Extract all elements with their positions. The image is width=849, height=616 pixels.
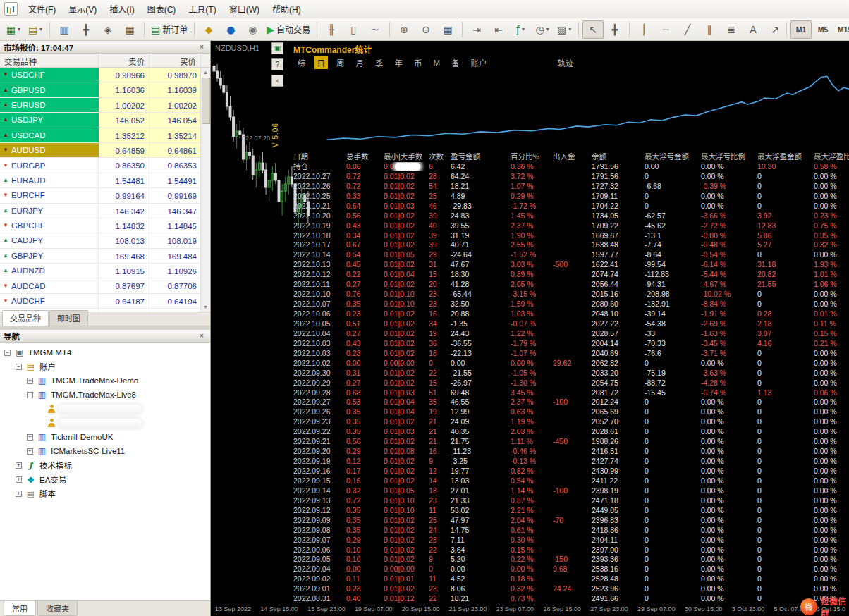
periods-button[interactable]: ◷▾ [532, 20, 553, 39]
market-watch-row[interactable]: ▲USDJPY146.052146.054 [0, 113, 201, 128]
navigator-item[interactable]: +ƒ技术指标 [0, 458, 210, 472]
indicators-button[interactable]: ƒ▾ [510, 20, 531, 39]
scroll-down-icon[interactable]: ▼ [201, 302, 210, 312]
menu-help[interactable]: 帮助(H) [266, 0, 307, 18]
expand-icon[interactable]: + [16, 476, 22, 483]
menu-window[interactable]: 窗口(W) [223, 0, 266, 18]
candles-chart-button[interactable]: ▯ [343, 20, 364, 39]
market-watch-row[interactable]: ▲USDCAD1.352121.35214 [0, 128, 201, 143]
navigator-account-blurred[interactable] [0, 416, 210, 430]
vline-button[interactable]: │ [633, 20, 654, 39]
market-watch-tab-0[interactable]: 交易品种 [2, 310, 49, 326]
chevron-down-icon[interactable]: ▾ [522, 26, 525, 32]
navigator-item[interactable]: −▣TMGM MT4 [0, 345, 210, 359]
terminal-toggle-button[interactable]: ▦ [119, 20, 140, 39]
collapse-icon[interactable]: − [27, 392, 33, 398]
stats-tab-综[interactable]: 综 [295, 56, 309, 69]
close-icon[interactable]: × [197, 331, 207, 341]
scrollbar-thumb[interactable] [202, 78, 210, 124]
market-watch-row[interactable]: ▲EURUSD1.002021.00202 [0, 98, 201, 113]
chevron-down-icon[interactable]: ▾ [18, 26, 20, 32]
zoom-out-button[interactable]: ⊖ [415, 20, 436, 39]
market-watch-row[interactable]: ▲CADJPY108.013108.019 [0, 233, 201, 248]
zoom-in-button[interactable]: ⊕ [393, 20, 415, 39]
hline-button[interactable]: ─ [655, 20, 676, 39]
data-window-button[interactable]: ╋ [75, 20, 97, 39]
market-watch-row[interactable]: ▼AUDCHF0.641870.64194 [0, 294, 201, 309]
chart-area[interactable]: NZDUSD,H1 ▣ ? ‹ V 5.06 022.07.20 MTComma… [210, 41, 849, 616]
tile-windows-button[interactable]: ▦ [437, 20, 458, 39]
fibonacci-button[interactable]: ≣ [721, 20, 742, 39]
market-watch-row[interactable]: ▲EURJPY146.342146.347 [0, 204, 201, 218]
expand-icon[interactable]: + [27, 434, 33, 441]
navigator-item[interactable]: +▥Tickmill-DemoUK [0, 430, 210, 444]
expand-icon[interactable]: + [16, 462, 22, 469]
expand-icon[interactable]: + [27, 448, 33, 455]
stats-tab-年[interactable]: 年 [392, 56, 406, 69]
market-watch-column-1[interactable]: 卖价 [99, 54, 149, 67]
chevron-down-icon[interactable]: ▾ [568, 26, 571, 32]
stats-tab-日[interactable]: 日 [314, 56, 329, 69]
market-watch-column-0[interactable]: 交易品种 [0, 54, 99, 67]
style-bucket-button[interactable]: ◆ [198, 20, 219, 39]
chart-shift-button[interactable]: ⇤ [488, 20, 509, 39]
auto-scroll-button[interactable]: ⇥ [466, 20, 487, 39]
stats-tab-季[interactable]: 季 [372, 56, 386, 69]
trendline-button[interactable]: ╱ [677, 20, 698, 39]
wechat-icon[interactable]: 微 [800, 598, 817, 615]
market-watch-row[interactable]: ▼USDCHF0.989660.98970 [0, 68, 201, 82]
menu-file[interactable]: 文件(F) [22, 0, 62, 18]
menu-charts[interactable]: 图表(C) [141, 0, 183, 18]
stats-tab-币[interactable]: 币 [411, 56, 425, 69]
timeframe-m1-button[interactable]: M1 [790, 20, 812, 39]
market-watch-toggle-button[interactable]: ▥ [54, 20, 75, 39]
navigator-item[interactable]: −▥TMGM.TradeMax-Live8 [0, 388, 210, 402]
market-watch-row[interactable]: ▼AUDCAD0.876970.87706 [0, 278, 201, 293]
market-watch-row[interactable]: ▼EURGBP0.863500.86353 [0, 158, 201, 173]
expand-icon[interactable]: + [16, 491, 22, 497]
chevron-down-icon[interactable]: ▾ [39, 26, 42, 32]
scroll-up-icon[interactable]: ▲ [201, 68, 210, 77]
cursor-button[interactable]: ↖ [582, 20, 604, 39]
market-watch-scrollbar[interactable]: ▲ ▼ [200, 68, 210, 312]
stats-tab-M[interactable]: M [431, 58, 444, 68]
close-icon[interactable]: × [197, 42, 207, 52]
navigator-account-blurred[interactable] [0, 402, 210, 416]
market-watch-row[interactable]: ▲GBPJPY169.468169.484 [0, 249, 201, 264]
chevron-down-icon[interactable]: ▾ [546, 26, 549, 32]
arrows-button[interactable]: ↗ [764, 20, 786, 39]
market-watch-tab-1[interactable]: 即时图 [49, 310, 88, 326]
profiles-button[interactable]: ▤▾ [25, 20, 46, 39]
market-watch-row[interactable]: ▼EURCHF0.991640.99169 [0, 188, 201, 203]
timeframe-m5-button[interactable]: M5 [812, 20, 833, 39]
market-watch-row[interactable]: ▲EURAUD1.544811.54491 [0, 173, 201, 188]
market-watch-column-2[interactable]: 买价 [149, 54, 201, 67]
timeframe-m15-button[interactable]: M15 [834, 20, 849, 39]
menu-tools[interactable]: 工具(T) [182, 0, 222, 18]
stats-tab-备[interactable]: 备 [448, 56, 463, 69]
navigator-item[interactable]: +▥ICMarketsSC-Live11 [0, 444, 210, 458]
navigator-item[interactable]: +◆EA交易 [0, 472, 210, 486]
stats-tab-轨迹[interactable]: 轨迹 [555, 56, 577, 69]
expand-icon[interactable]: + [27, 378, 33, 384]
new-order-button[interactable]: ▤新订单 [148, 20, 190, 39]
menu-view[interactable]: 显示(V) [62, 0, 103, 18]
crosshair-button[interactable]: ╋ [604, 20, 625, 39]
navigator-bottom-tab-1[interactable]: 收藏夹 [37, 601, 78, 616]
panel-logo-button[interactable]: ▣ [271, 42, 283, 54]
menu-insert[interactable]: 插入(I) [103, 0, 140, 18]
navigator-toggle-button[interactable]: ◈ [97, 20, 118, 39]
wechat-badge-label[interactable]: 拉微信群 [821, 595, 849, 616]
stats-tab-周[interactable]: 周 [334, 56, 348, 69]
navigator-item[interactable]: −▤账户 [0, 359, 210, 374]
channel-button[interactable]: ∥ [699, 20, 720, 39]
templates-button[interactable]: ▨▾ [554, 20, 575, 39]
market-watch-row[interactable]: ▲AUDNZD1.109151.10926 [0, 264, 201, 278]
collapse-icon[interactable]: − [16, 364, 22, 370]
navigator-item[interactable]: +▥TMGM.TradeMax-Demo [0, 374, 210, 388]
collapse-icon[interactable]: − [4, 350, 11, 356]
help-search-button[interactable]: ◉ [242, 20, 263, 39]
text-label-button[interactable]: A [743, 20, 764, 39]
line-chart-button[interactable]: ~ [365, 20, 386, 39]
stats-tab-账户[interactable]: 账户 [468, 56, 490, 69]
